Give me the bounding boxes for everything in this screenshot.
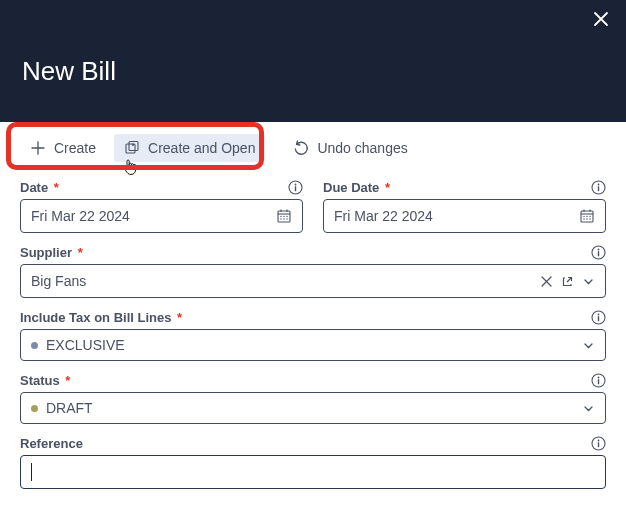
clear-icon[interactable] [540,275,553,288]
undo-button[interactable]: Undo changes [283,134,417,162]
info-icon[interactable] [288,180,303,195]
chevron-down-icon[interactable] [582,339,595,352]
svg-point-7 [283,216,284,217]
calendar-icon[interactable] [579,208,595,224]
svg-point-3 [295,184,297,186]
reference-field: Reference [20,436,606,489]
status-dot-icon [31,405,38,412]
status-dot-icon [31,342,38,349]
chevron-down-icon[interactable] [582,402,595,415]
modal-header: New Bill [0,0,626,122]
external-link-icon[interactable] [561,275,574,288]
svg-point-10 [283,218,284,219]
status-value: DRAFT [46,400,574,416]
create-open-label: Create and Open [148,140,255,156]
svg-rect-14 [598,186,599,191]
svg-rect-4 [295,186,296,191]
chevron-down-icon[interactable] [582,275,595,288]
svg-point-19 [583,218,584,219]
info-icon[interactable] [591,436,606,451]
svg-point-11 [286,218,287,219]
svg-point-16 [583,216,584,217]
due-date-label: Due Date * [323,180,390,195]
date-value: Fri Mar 22 2024 [31,208,268,224]
supplier-label: Supplier * [20,245,83,260]
create-button[interactable]: Create [20,134,106,162]
reference-input[interactable] [20,455,606,489]
info-icon[interactable] [591,180,606,195]
page-title: New Bill [22,56,116,87]
svg-point-6 [280,216,281,217]
status-field: Status * DRAFT [20,373,606,424]
reference-text-input[interactable] [40,464,595,480]
info-icon[interactable] [591,245,606,260]
supplier-value: Big Fans [31,273,532,289]
tax-select[interactable]: EXCLUSIVE [20,329,606,361]
undo-icon [293,140,309,156]
info-icon[interactable] [591,373,606,388]
due-date-value: Fri Mar 22 2024 [334,208,571,224]
text-cursor [31,463,32,481]
tax-value: EXCLUSIVE [46,337,574,353]
svg-point-9 [280,218,281,219]
svg-rect-24 [598,251,599,256]
svg-point-32 [598,440,600,442]
svg-point-29 [598,377,600,379]
undo-label: Undo changes [317,140,407,156]
svg-point-23 [598,249,600,251]
form-content: Date * Fri Mar 22 2024 Due Date * Fri [0,174,626,495]
svg-point-13 [598,184,600,186]
create-and-open-button[interactable]: Create and Open [114,134,265,162]
svg-rect-0 [126,144,135,153]
supplier-input[interactable]: Big Fans [20,264,606,298]
status-label: Status * [20,373,70,388]
create-open-icon [124,140,140,156]
svg-point-26 [598,314,600,316]
date-field: Date * Fri Mar 22 2024 [20,180,303,233]
svg-point-18 [589,216,590,217]
svg-rect-27 [598,316,599,321]
date-label: Date * [20,180,59,195]
tax-label: Include Tax on Bill Lines * [20,310,182,325]
svg-rect-30 [598,379,599,384]
svg-point-8 [286,216,287,217]
svg-point-20 [586,218,587,219]
supplier-field: Supplier * Big Fans [20,245,606,298]
create-label: Create [54,140,96,156]
svg-point-21 [589,218,590,219]
tax-field: Include Tax on Bill Lines * EXCLUSIVE [20,310,606,361]
status-select[interactable]: DRAFT [20,392,606,424]
plus-icon [30,140,46,156]
due-date-field: Due Date * Fri Mar 22 2024 [323,180,606,233]
due-date-input[interactable]: Fri Mar 22 2024 [323,199,606,233]
svg-rect-33 [598,442,599,447]
svg-point-17 [586,216,587,217]
close-icon[interactable] [592,10,610,28]
toolbar: Create Create and Open Undo changes [0,122,626,174]
calendar-icon[interactable] [276,208,292,224]
info-icon[interactable] [591,310,606,325]
date-input[interactable]: Fri Mar 22 2024 [20,199,303,233]
reference-label: Reference [20,436,83,451]
